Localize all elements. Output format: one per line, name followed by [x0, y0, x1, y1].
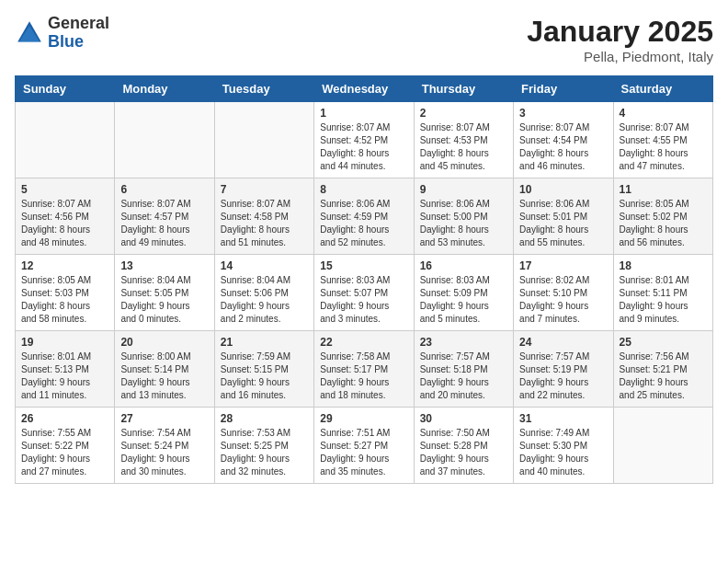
day-number: 28: [221, 412, 308, 425]
day-info: Sunrise: 8:06 AM Sunset: 5:01 PM Dayligh…: [519, 198, 607, 249]
calendar-cell: 1Sunrise: 8:07 AM Sunset: 4:52 PM Daylig…: [314, 102, 414, 178]
day-info: Sunrise: 8:03 AM Sunset: 5:07 PM Dayligh…: [320, 274, 407, 326]
calendar-cell: 18Sunrise: 8:01 AM Sunset: 5:11 PM Dayli…: [613, 255, 712, 331]
day-info: Sunrise: 8:00 AM Sunset: 5:14 PM Dayligh…: [120, 350, 208, 402]
day-info: Sunrise: 7:57 AM Sunset: 5:19 PM Dayligh…: [519, 350, 607, 402]
day-info: Sunrise: 8:01 AM Sunset: 5:11 PM Dayligh…: [620, 274, 707, 326]
day-number: 24: [519, 336, 607, 349]
calendar-cell: 22Sunrise: 7:58 AM Sunset: 5:17 PM Dayli…: [314, 331, 414, 408]
calendar-cell: 30Sunrise: 7:50 AM Sunset: 5:28 PM Dayli…: [414, 408, 513, 484]
day-info: Sunrise: 7:57 AM Sunset: 5:18 PM Dayligh…: [420, 350, 507, 402]
day-info: Sunrise: 8:07 AM Sunset: 4:54 PM Dayligh…: [519, 121, 607, 173]
calendar-cell: 9Sunrise: 8:06 AM Sunset: 5:00 PM Daylig…: [414, 178, 513, 255]
calendar-cell: 7Sunrise: 8:07 AM Sunset: 4:58 PM Daylig…: [214, 178, 313, 255]
day-number: 10: [519, 183, 607, 196]
calendar-cell: 5Sunrise: 8:07 AM Sunset: 4:56 PM Daylig…: [16, 178, 115, 255]
calendar-cell: 8Sunrise: 8:06 AM Sunset: 4:59 PM Daylig…: [314, 178, 414, 255]
day-number: 31: [519, 412, 607, 425]
day-number: 1: [320, 107, 407, 120]
day-number: 25: [620, 336, 707, 349]
day-info: Sunrise: 8:07 AM Sunset: 4:53 PM Dayligh…: [420, 121, 507, 173]
weekday-header: Monday: [115, 76, 214, 102]
day-number: 27: [120, 412, 208, 425]
calendar-cell: 12Sunrise: 8:05 AM Sunset: 5:03 PM Dayli…: [16, 255, 115, 331]
calendar-week-row: 12Sunrise: 8:05 AM Sunset: 5:03 PM Dayli…: [16, 255, 713, 331]
page-header: General Blue January 2025 Pella, Piedmon…: [15, 15, 713, 64]
day-number: 6: [120, 183, 208, 196]
svg-marker-1: [19, 26, 40, 42]
title-block: January 2025 Pella, Piedmont, Italy: [527, 15, 713, 64]
day-info: Sunrise: 7:50 AM Sunset: 5:28 PM Dayligh…: [420, 427, 507, 478]
calendar-subtitle: Pella, Piedmont, Italy: [527, 49, 713, 64]
day-number: 13: [120, 259, 208, 272]
day-info: Sunrise: 7:56 AM Sunset: 5:21 PM Dayligh…: [620, 350, 707, 402]
day-number: 8: [320, 183, 407, 196]
day-info: Sunrise: 7:55 AM Sunset: 5:22 PM Dayligh…: [21, 427, 108, 478]
day-info: Sunrise: 7:49 AM Sunset: 5:30 PM Dayligh…: [519, 427, 607, 478]
weekday-header: Thursday: [414, 76, 513, 102]
day-number: 5: [21, 183, 108, 196]
weekday-header: Saturday: [613, 76, 712, 102]
day-number: 9: [420, 183, 507, 196]
day-info: Sunrise: 7:54 AM Sunset: 5:24 PM Dayligh…: [120, 427, 208, 478]
calendar-cell: 16Sunrise: 8:03 AM Sunset: 5:09 PM Dayli…: [414, 255, 513, 331]
calendar-week-row: 26Sunrise: 7:55 AM Sunset: 5:22 PM Dayli…: [16, 408, 713, 484]
day-info: Sunrise: 8:07 AM Sunset: 4:56 PM Dayligh…: [21, 198, 108, 249]
calendar-cell: [214, 102, 313, 178]
calendar-cell: 24Sunrise: 7:57 AM Sunset: 5:19 PM Dayli…: [514, 331, 613, 408]
calendar-cell: 10Sunrise: 8:06 AM Sunset: 5:01 PM Dayli…: [514, 178, 613, 255]
calendar-cell: 11Sunrise: 8:05 AM Sunset: 5:02 PM Dayli…: [613, 178, 712, 255]
day-info: Sunrise: 8:02 AM Sunset: 5:10 PM Dayligh…: [519, 274, 607, 326]
day-number: 12: [21, 259, 108, 272]
day-info: Sunrise: 7:53 AM Sunset: 5:25 PM Dayligh…: [221, 427, 308, 478]
calendar-cell: 17Sunrise: 8:02 AM Sunset: 5:10 PM Dayli…: [514, 255, 613, 331]
calendar-cell: [16, 102, 115, 178]
day-number: 23: [420, 336, 507, 349]
calendar-cell: 6Sunrise: 8:07 AM Sunset: 4:57 PM Daylig…: [115, 178, 214, 255]
day-number: 20: [120, 336, 208, 349]
logo: General Blue: [15, 15, 109, 52]
calendar-cell: 19Sunrise: 8:01 AM Sunset: 5:13 PM Dayli…: [16, 331, 115, 408]
calendar-cell: 29Sunrise: 7:51 AM Sunset: 5:27 PM Dayli…: [314, 408, 414, 484]
calendar-cell: [613, 408, 712, 484]
weekday-header: Friday: [514, 76, 613, 102]
day-number: 29: [320, 412, 407, 425]
day-info: Sunrise: 8:07 AM Sunset: 4:57 PM Dayligh…: [120, 198, 208, 249]
calendar-cell: 27Sunrise: 7:54 AM Sunset: 5:24 PM Dayli…: [115, 408, 214, 484]
logo-text: General Blue: [48, 15, 109, 52]
calendar-cell: 20Sunrise: 8:00 AM Sunset: 5:14 PM Dayli…: [115, 331, 214, 408]
day-info: Sunrise: 8:07 AM Sunset: 4:55 PM Dayligh…: [620, 121, 707, 173]
calendar-week-row: 1Sunrise: 8:07 AM Sunset: 4:52 PM Daylig…: [16, 102, 713, 178]
calendar-cell: [115, 102, 214, 178]
day-number: 14: [221, 259, 308, 272]
calendar-cell: 23Sunrise: 7:57 AM Sunset: 5:18 PM Dayli…: [414, 331, 513, 408]
logo-general: General: [48, 15, 109, 33]
weekday-header-row: SundayMondayTuesdayWednesdayThursdayFrid…: [16, 76, 713, 102]
calendar-cell: 2Sunrise: 8:07 AM Sunset: 4:53 PM Daylig…: [414, 102, 513, 178]
day-number: 19: [21, 336, 108, 349]
day-info: Sunrise: 8:04 AM Sunset: 5:06 PM Dayligh…: [221, 274, 308, 326]
calendar-cell: 14Sunrise: 8:04 AM Sunset: 5:06 PM Dayli…: [214, 255, 313, 331]
day-info: Sunrise: 8:07 AM Sunset: 4:58 PM Dayligh…: [221, 198, 308, 249]
weekday-header: Sunday: [16, 76, 115, 102]
day-info: Sunrise: 8:06 AM Sunset: 4:59 PM Dayligh…: [320, 198, 407, 249]
day-info: Sunrise: 7:51 AM Sunset: 5:27 PM Dayligh…: [320, 427, 407, 478]
calendar-cell: 4Sunrise: 8:07 AM Sunset: 4:55 PM Daylig…: [613, 102, 712, 178]
calendar-week-row: 19Sunrise: 8:01 AM Sunset: 5:13 PM Dayli…: [16, 331, 713, 408]
day-info: Sunrise: 8:05 AM Sunset: 5:02 PM Dayligh…: [620, 198, 707, 249]
calendar-cell: 13Sunrise: 8:04 AM Sunset: 5:05 PM Dayli…: [115, 255, 214, 331]
logo-icon: [15, 18, 44, 48]
day-number: 18: [620, 259, 707, 272]
calendar-cell: 28Sunrise: 7:53 AM Sunset: 5:25 PM Dayli…: [214, 408, 313, 484]
calendar-title: January 2025: [527, 15, 713, 49]
day-info: Sunrise: 8:03 AM Sunset: 5:09 PM Dayligh…: [420, 274, 507, 326]
calendar-cell: 21Sunrise: 7:59 AM Sunset: 5:15 PM Dayli…: [214, 331, 313, 408]
day-number: 3: [519, 107, 607, 120]
weekday-header: Tuesday: [214, 76, 313, 102]
calendar-cell: 25Sunrise: 7:56 AM Sunset: 5:21 PM Dayli…: [613, 331, 712, 408]
day-number: 16: [420, 259, 507, 272]
day-info: Sunrise: 7:59 AM Sunset: 5:15 PM Dayligh…: [221, 350, 308, 402]
calendar-table: SundayMondayTuesdayWednesdayThursdayFrid…: [15, 75, 713, 484]
day-number: 2: [420, 107, 507, 120]
day-number: 26: [21, 412, 108, 425]
